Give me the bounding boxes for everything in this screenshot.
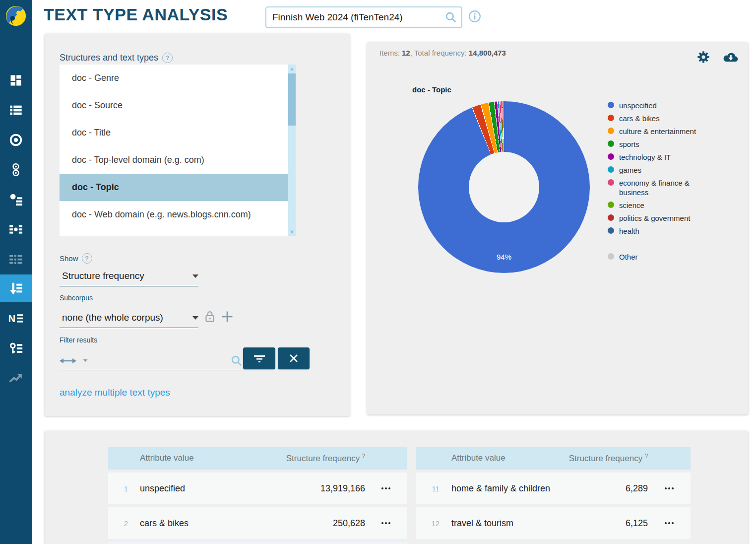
legend-item-other[interactable]: Other [608,252,707,262]
info-icon[interactable] [468,10,481,23]
row-more-icon[interactable] [365,522,407,524]
text-type-listbox: doc - Genre doc - Source doc - Title doc… [60,65,296,236]
legend-dot [608,153,614,160]
row-more-icon[interactable] [365,487,407,489]
sidebar-item-word-sketch[interactable] [0,186,32,213]
chevron-down-icon[interactable] [83,359,88,362]
chevron-down-icon [192,316,198,320]
legend-dot [608,140,614,147]
sidebar-item-dashboard[interactable] [0,67,32,94]
legend-item[interactable]: sports [608,139,707,149]
sidebar-item-trends[interactable] [0,364,32,392]
corpus-input[interactable] [266,12,444,23]
scroll-down-icon[interactable]: ▼ [288,228,296,236]
apply-filter-button[interactable] [243,347,275,369]
row-more-icon[interactable] [648,522,691,524]
sidebar-item-word-sketch-difference[interactable] [0,215,32,243]
attribute-value-cell: travel & tourism [441,518,554,529]
legend-item[interactable]: health [608,226,707,236]
list-item-title[interactable]: doc - Title [60,119,288,146]
list-scroll-thumb[interactable] [288,73,296,126]
table-row: 1 unspecified 13,919,166 [108,473,407,504]
filter-input[interactable] [60,351,243,370]
attribute-value-cell: home & family & children [441,483,554,494]
results-summary: Items: 12, Total frequency: 14,800,473 [379,49,506,57]
donut-percent-label: 94% [418,253,590,261]
legend-item[interactable]: unspecified [608,101,707,110]
sidebar: N [0,0,32,544]
legend-dot [608,214,614,221]
structures-heading-label: Structures and text types [60,53,158,63]
sidebar-item-text-type-analysis[interactable] [0,274,32,302]
structure-frequency-header: Structure frequency ? [554,453,648,464]
total-frequency-value: 14,800,473 [469,49,506,57]
sidebar-item-parallel-concordance[interactable] [0,156,32,184]
frequency-table-left: Attribute value Structure frequency ? 1 … [108,447,407,544]
close-icon [289,353,299,363]
help-icon[interactable]: ? [162,53,173,63]
sketch-engine-logo[interactable] [0,0,32,32]
n-grams-icon: N [8,312,24,326]
topic-donut-chart[interactable]: 94% [418,101,590,273]
row-more-icon[interactable] [648,487,691,489]
legend-item[interactable]: technology & IT [608,152,707,162]
width-arrow-icon[interactable] [60,355,76,366]
gear-icon[interactable] [696,50,710,64]
help-icon[interactable]: ? [82,253,92,264]
analyze-multiple-link[interactable]: analyze multiple text types [60,387,170,398]
legend-dot [608,253,614,260]
dashboard-icon [9,73,23,87]
frequency-cell: 6,125 [554,518,648,529]
sketch-engine-logo-icon [4,4,27,27]
list-item-tld[interactable]: doc - Top-level domain (e.g. com) [60,146,288,174]
plus-icon[interactable] [220,310,234,324]
legend-item[interactable]: politics & government [608,213,707,223]
legend-item[interactable]: economy & finance & business [608,178,707,197]
svg-text:N: N [8,313,15,324]
sidebar-item-keywords[interactable] [0,335,32,362]
list-item-genre[interactable]: doc - Genre [60,65,288,92]
structure-frequency-header: Structure frequency ? [266,453,365,464]
table-row: 11 home & family & children 6,289 [416,473,691,504]
scroll-up-icon[interactable]: ▲ [288,65,296,72]
list-scrollbar[interactable]: ▲ ▼ [288,65,296,236]
structures-heading: Structures and text types ? [60,53,173,63]
legend-item[interactable]: culture & entertainment [608,127,707,136]
sidebar-item-thesaurus[interactable] [0,245,32,273]
sidebar-item-word-list[interactable] [0,96,32,124]
frequency-cell: 13,919,166 [266,483,365,494]
frequency-cell: 250,628 [266,518,365,529]
items-label: Items: [379,49,400,57]
word-sketch-difference-icon [8,222,23,236]
chart-title: doc - Topic [411,85,451,94]
sidebar-item-n-grams[interactable]: N [0,305,32,333]
legend-item[interactable]: cars & bikes [608,114,707,123]
list-item-webdomain[interactable]: doc - Web domain (e.g. news.blogs.cnn.co… [60,201,288,228]
table-row-partial [108,542,407,544]
attribute-value-cell: cars & bikes [130,518,266,529]
lock-open-icon[interactable] [203,310,216,325]
cloud-download-icon[interactable] [722,50,739,64]
text-type-analysis-page: N TEXT TYPE ANALYSIS Structures and text… [0,0,756,544]
corpus-selector[interactable] [265,6,462,28]
subcorpus-dropdown[interactable]: none (the whole corpus) [60,308,198,328]
list-item-topic[interactable]: doc - Topic [60,174,288,201]
structures-panel: Structures and text types ? doc - Genre … [45,34,350,416]
table-header-row: Attribute value Structure frequency ? [416,447,691,470]
frequency-cell: 6,289 [554,483,648,494]
chart-legend: unspecified cars & bikes culture & enter… [608,101,707,265]
legend-item[interactable]: games [608,165,707,175]
chevron-down-icon [192,274,198,278]
thesaurus-icon [8,252,23,266]
row-number: 12 [416,519,441,528]
list-item-source[interactable]: doc - Source [60,92,288,119]
clear-filter-button[interactable] [278,347,310,369]
results-panel: Items: 12, Total frequency: 14,800,473 d… [367,42,748,414]
legend-item[interactable]: science [608,201,707,210]
search-icon[interactable] [444,11,457,24]
show-dropdown[interactable]: Structure frequency [60,266,198,286]
sidebar-item-concordance[interactable] [0,126,32,154]
table-row: 2 cars & bikes 250,628 [108,507,407,539]
legend-dot [608,166,614,173]
trends-icon [8,371,24,386]
